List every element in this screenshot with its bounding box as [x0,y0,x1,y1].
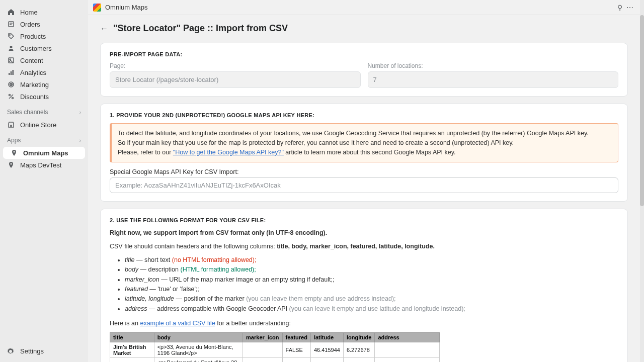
table-cell: Food City [110,357,154,362]
numloc-field-value: 7 [368,71,619,88]
nav-marketing[interactable]: Marketing [0,78,88,90]
svg-point-14 [11,163,12,165]
nav-label: Maps DevTest [20,161,61,169]
info-line: To detect the latitude, and longitude co… [118,129,612,138]
info-line: Please, refer to our "How to get the Goo… [118,148,612,157]
scrollbar-thumb[interactable] [640,15,644,206]
nav-discounts[interactable]: Discounts [0,90,88,103]
nav-analytics[interactable]: Analytics [0,66,88,78]
pin-button[interactable]: ⚲ [615,4,625,12]
table-header: body [154,332,243,342]
app-logo-icon [93,4,101,12]
analytics-icon [7,68,15,76]
numloc-field-label: Number of locations: [368,62,619,69]
column-item: marker_icon — URL of the map marker imag… [125,275,618,285]
app-title: Omnium Maps [105,4,615,11]
sidebar: Home Orders Products Customers Content A… [0,0,88,362]
column-item: body — description (HTML formatting allo… [125,265,618,275]
svg-rect-5 [9,73,10,75]
store-icon [7,121,15,129]
page-header: ← "Store Locator" Page :: Import from CS… [100,23,628,34]
nav-label: Home [20,9,38,16]
nav-settings[interactable]: Settings [0,343,88,362]
example-table: titlebodymarker_iconfeaturedlatitudelong… [110,332,440,362]
info-line: So if your main key that you use for the… [118,138,612,148]
format-line: CSV file should contain headers and the … [110,242,618,251]
table-cell: 46.415944 [310,342,343,357]
card-heading: PRE-IMPORT PAGE DATA: [110,51,618,57]
apps-heading[interactable]: Apps› [0,131,88,147]
nav-label: Customers [20,45,52,52]
page-field-value: Store Locator (/pages/store-locator) [110,71,361,88]
nav-content[interactable]: Content [0,54,88,66]
table-header: marker_icon [243,332,282,342]
column-item: latitude, longitude — position of the ma… [125,294,618,304]
table-header: address [375,332,440,342]
gear-icon [7,348,15,355]
nav-label: Products [20,33,46,40]
pin-icon [10,149,18,157]
card-apikey: 1. PROVIDE YOUR 2ND (UNPROTECTED!) GOOGL… [100,104,628,202]
table-cell [375,342,440,357]
svg-rect-7 [13,70,14,75]
pin-icon [7,161,15,169]
svg-point-10 [11,84,11,84]
nav-app-omnium[interactable]: Omnium Maps [3,147,85,159]
howto-apikey-link[interactable]: "How to get the Google Maps API key?" [173,149,284,156]
table-cell [375,357,440,362]
apikey-info-banner: To detect the latitude, and longitude co… [110,123,618,162]
app-topbar: Omnium Maps ⚲ ⋯ [88,0,640,15]
sales-channels-heading[interactable]: Sales channels› [0,103,88,119]
table-cell: FALSE [282,342,310,357]
discounts-icon [7,93,15,101]
svg-point-2 [10,46,13,48]
nav-label: Online Store [20,121,56,129]
nav-online-store[interactable]: Online Store [0,119,88,131]
svg-rect-6 [11,71,12,75]
example-csv-link[interactable]: example of a valid CSV file [140,320,215,327]
table-header: longitude [343,332,375,342]
svg-point-13 [14,151,15,153]
table-header: featured [282,332,310,342]
example-line: Here is an example of a valid CSV file f… [110,319,618,328]
nav-label: Marketing [20,81,49,88]
table-header: latitude [310,332,343,342]
products-icon [7,32,15,40]
nav-home[interactable]: Home [0,6,88,18]
nav-label: Analytics [20,69,46,76]
svg-point-12 [12,98,14,99]
table-cell: 6.14231 [343,357,375,362]
apikey-input-label: Special Google Maps API Key for CSV Impo… [110,168,618,175]
column-item: address — address compatible with Google… [125,304,618,314]
table-row: Jim's British Market<p>33, Avenue du Mon… [110,342,440,357]
table-cell: 6.272678 [343,342,375,357]
svg-point-4 [10,59,11,60]
apikey-input[interactable] [110,177,618,193]
column-item: featured — 'true' or 'false';; [125,285,618,294]
main-content: ← "Store Locator" Page :: Import from CS… [88,15,640,362]
table-cell: <p>33, Avenue du Mont-Blanc, 1196 Gland<… [154,342,243,357]
table-cell: 46.19511 [310,357,343,362]
table-row: Food City<p>Boulevard du Pont d'Arve 28,… [110,357,440,362]
customers-icon [7,44,15,52]
card-heading: 2. USE THE FOLLOWING FORMAT FOR YOUR CSV… [110,217,618,223]
nav-app-devtest[interactable]: Maps DevTest [0,159,88,171]
marketing-icon [7,80,15,88]
column-item: title — short text (no HTML formatting a… [125,255,618,265]
table-cell [243,357,282,362]
format-line: Right now, we support import from CSV fo… [110,228,618,238]
card-heading: 1. PROVIDE YOUR 2ND (UNPROTECTED!) GOOGL… [110,112,618,118]
nav-label: Discounts [20,93,49,101]
more-button[interactable]: ⋯ [625,4,635,12]
nav-orders[interactable]: Orders [0,18,88,30]
orders-icon [7,20,15,28]
chevron-right-icon: › [79,138,81,143]
nav-customers[interactable]: Customers [0,42,88,54]
nav-label: Orders [20,21,40,28]
table-header: title [110,332,154,342]
nav-products[interactable]: Products [0,30,88,42]
page-title: "Store Locator" Page :: Import from CSV [113,23,288,34]
svg-point-11 [9,95,11,96]
svg-rect-0 [9,22,14,27]
back-arrow-icon[interactable]: ← [100,24,108,33]
